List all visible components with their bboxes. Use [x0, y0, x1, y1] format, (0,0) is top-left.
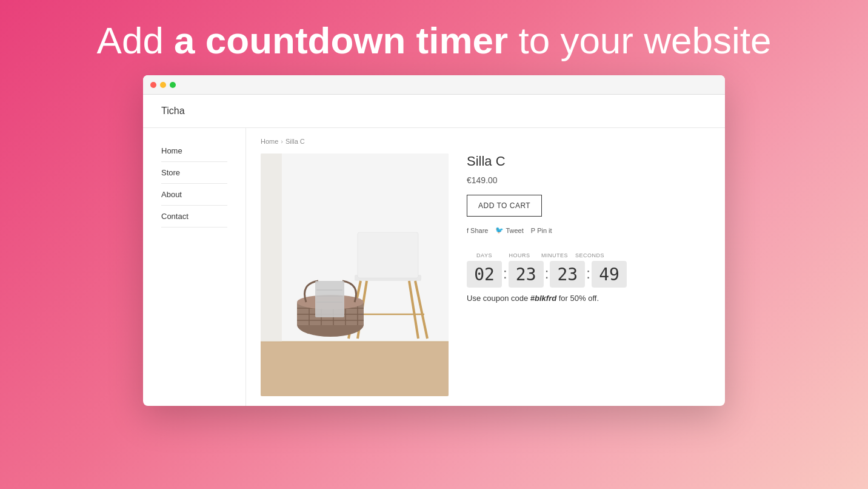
facebook-icon: f: [467, 227, 469, 234]
nav-about[interactable]: About: [161, 184, 227, 206]
nav-store[interactable]: Store: [161, 162, 227, 184]
svg-rect-25: [261, 153, 282, 342]
hero-title-area: Add a countdown timer to your website: [0, 0, 868, 75]
coupon-text: Use coupon code #blkfrd for 50% off.: [467, 294, 710, 303]
breadcrumb-separator: ›: [281, 138, 283, 145]
coupon-prefix: Use coupon code: [467, 294, 530, 303]
colon-3: :: [585, 265, 592, 282]
title-suffix: to your website: [508, 19, 771, 61]
nav-home[interactable]: Home: [161, 140, 227, 162]
site-logo: Ticha: [161, 106, 185, 116]
product-details: Silla C €149.00 ADD TO CART f Share 🐦 Tw…: [467, 153, 710, 396]
breadcrumb: Home › Silla C: [261, 138, 710, 145]
label-hours: HOURS: [502, 252, 537, 258]
label-seconds: SECONDS: [572, 252, 607, 258]
site-content: Ticha Home Store About Contact Home › Si…: [143, 95, 725, 406]
breadcrumb-current: Silla C: [285, 138, 305, 145]
colon-1: :: [502, 265, 509, 282]
colon-2: :: [544, 265, 550, 282]
site-main: Home › Silla C: [246, 128, 725, 406]
browser-window: Ticha Home Store About Contact Home › Si…: [143, 75, 725, 406]
add-to-cart-button[interactable]: ADD TO CART: [467, 195, 542, 217]
title-bold: a countdown timer: [174, 19, 508, 61]
site-sidebar: Home Store About Contact: [143, 128, 246, 406]
product-image: [261, 153, 449, 396]
maximize-dot: [170, 82, 176, 88]
label-days: DAYS: [467, 252, 502, 258]
countdown-minutes: 23: [550, 261, 585, 288]
product-price: €149.00: [467, 175, 710, 185]
site-header: Ticha: [143, 95, 725, 128]
svg-rect-1: [261, 342, 449, 396]
product-area: Silla C €149.00 ADD TO CART f Share 🐦 Tw…: [261, 153, 710, 396]
countdown-days: 02: [467, 261, 502, 288]
breadcrumb-home[interactable]: Home: [261, 138, 278, 145]
share-pinterest[interactable]: P Pin it: [531, 227, 552, 234]
svg-rect-21: [315, 281, 344, 317]
share-pinterest-label: Pin it: [537, 227, 552, 234]
twitter-icon: 🐦: [495, 226, 504, 234]
browser-bar: [143, 75, 725, 95]
social-share-area: f Share 🐦 Tweet P Pin it: [467, 226, 710, 234]
countdown-timer: 02 : 23 : 23 : 49: [467, 261, 710, 288]
countdown-seconds: 49: [592, 261, 627, 288]
product-name: Silla C: [467, 153, 710, 169]
coupon-suffix: for 50% off.: [556, 294, 599, 303]
minimize-dot: [160, 82, 166, 88]
pinterest-icon: P: [531, 227, 535, 234]
countdown-area: DAYS HOURS MINUTES SECONDS 02 : 23 : 23: [467, 252, 710, 303]
share-facebook-label: Share: [470, 227, 488, 234]
nav-contact[interactable]: Contact: [161, 206, 227, 228]
title-prefix: Add: [97, 19, 175, 61]
label-minutes: MINUTES: [537, 252, 572, 258]
countdown-labels: DAYS HOURS MINUTES SECONDS: [467, 252, 710, 258]
countdown-hours: 23: [509, 261, 544, 288]
close-dot: [150, 82, 156, 88]
site-body: Home Store About Contact Home › Silla C: [143, 128, 725, 406]
svg-rect-4: [358, 232, 418, 278]
share-twitter-label: Tweet: [506, 227, 523, 234]
coupon-code: #blkfrd: [530, 294, 556, 303]
share-facebook[interactable]: f Share: [467, 227, 488, 234]
share-twitter[interactable]: 🐦 Tweet: [495, 226, 523, 234]
